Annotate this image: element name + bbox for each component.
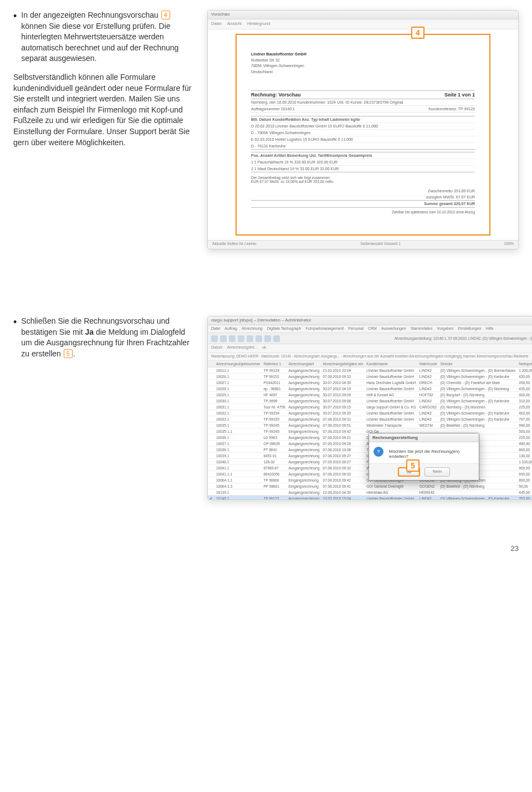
erp-col-header[interactable] [208,361,214,367]
erp-col-header[interactable]: Referenz 1 [262,361,287,367]
table-row[interactable]: 10064-1.3PP 98861Eingangsrechnung07.08.2… [208,483,532,489]
table-cell: 225,00 [517,404,532,410]
table-row[interactable]: 10031.1Tour Nr. 4758Ausgangsrechnung30.0… [208,404,532,410]
table-cell: PT 8841 [262,447,287,453]
dialog-no-button[interactable]: Nein [424,467,450,477]
preview-menu-bar: Datei Ansicht Hintergrund [208,19,518,29]
table-cell: 10029.1 [214,392,262,398]
table-cell: 07.08.2010 10:08 [321,447,365,453]
erp-data-grid[interactable]: AbrechnungsobjektnummerReferenz 1Abrechn… [208,361,532,499]
table-cell: 10064-1.3 [214,483,262,489]
invoice-title-row: Rechnung: Vorschau Seite 1 von 1 [251,90,475,99]
erp-crumb-right: Abrechnungserstellung: 10140.1, 07.09.20… [395,336,532,340]
table-cell: 07.08.2010 09:42 [321,477,365,483]
table-row[interactable]: 10035.1TP-99245Ausgangsrechnung07.08.201… [208,422,532,428]
table-row[interactable]: 10030.1TP-9999Ausgangsrechnung30.07.2010… [208,398,532,404]
table-row[interactable]: 10027.1PS442011Ausgangsrechnung30.07.201… [208,380,532,386]
toolbar-icon[interactable] [220,335,227,342]
erp-menu-datei[interactable]: Datei [211,326,220,331]
table-row[interactable]: 10139.1Ausgangsrechnung22.08.2010 04:30H… [208,489,532,495]
erp-col-header[interactable]: Nettopreis [517,361,532,367]
pos-head: Pos. Anzahl Artikel Bemerkung Ust. Tarif… [251,152,475,159]
table-cell: 128-02 [262,459,287,465]
erp-col-header[interactable]: Abrechnungsfreigabe am [321,361,365,367]
filter-abrfrei[interactable]: Abrechnungsfre... [227,345,258,351]
table-row-selected[interactable]: ✔10140.1TP 99123Ausgangsrechnung10.03.20… [208,495,532,500]
erp-menu-hilfe[interactable]: Hilfe [485,326,493,331]
menu-ansicht[interactable]: Ansicht [227,21,242,27]
table-cell: Ausgangsrechnung [287,380,321,386]
invoice-address: Lindner Baustoffcenter GmbH Rottweiler S… [251,52,475,75]
erp-col-header[interactable]: Abrechnungsart [287,361,321,367]
table-row[interactable]: 10012.1TP-99128Ausgangsrechnung21.03.201… [208,367,532,374]
table-cell: Heinshaw AG [365,489,418,495]
erp-menu-personal[interactable]: Personal [348,326,364,331]
table-cell [208,477,214,483]
table-cell: 07.08.2010 09:42 [321,428,365,435]
erp-col-header[interactable]: Kundenname [365,361,418,367]
table-cell: 10032.1 [214,410,262,416]
erp-menu-crm[interactable]: CRM [368,326,377,331]
table-cell: 860,00 [517,447,532,453]
erp-menu-auftrag[interactable]: Auftrag [224,326,237,331]
table-row[interactable]: 10033.1TP-99235Ausgangsrechnung07.08.201… [208,416,532,422]
bullet-item-close: • Schließen Sie die Rechnungsvorschau un… [13,316,196,359]
table-cell: 353,00 [517,495,532,500]
table-cell: 30.07.2010 09:08 [321,398,365,404]
inv-company: Lindner Baustoffcenter GmbH [251,52,475,58]
table-cell: 1.100,00 [517,459,532,465]
table-cell: 21.03.2010 22:04 [321,367,365,374]
rel-row2b: D - 76131 Karlsruhe [251,143,475,149]
table-cell: LIND42 [418,374,439,380]
table-cell: 10038.1 [214,447,262,453]
erp-menu-stammdaten[interactable]: Stammdaten [411,326,433,331]
table-cell: (D) Villingen-Schwenningen - (D) Karlsru… [439,398,518,404]
table-cell: 30.07.2010 09:20 [321,410,365,416]
table-cell [208,459,214,465]
menu-hintergrund[interactable]: Hintergrund [247,21,270,27]
erp-col-header[interactable]: Strecke [439,361,518,367]
bullet-text-2: Schließen Sie die Rechnungsvorschau und … [21,316,196,359]
table-cell: 10041.1 [214,465,262,471]
erp-menu-abrechnung[interactable]: Abrechnung [242,326,263,331]
erp-col-header[interactable]: Abrechnungsobjektnummer [214,361,262,367]
erp-col-header[interactable]: Matchcode [418,361,439,367]
erp-menu-tacho[interactable]: Digitale Tachograph [267,326,301,331]
table-cell: Ausgangsrechnung [287,374,321,380]
toolbar-icon[interactable] [273,335,280,342]
table-row[interactable]: 10026.1TP 99153Ausgangsrechnung07.08.201… [208,374,532,380]
preview-status-bar: Aktuelle Seiten-Nr./-keine- Seitenanzahl… [208,240,518,249]
table-cell: 87989-67 [262,465,287,471]
table-row[interactable]: 10032.1TP-99234Ausgangsrechnung30.07.201… [208,410,532,416]
filter-datum[interactable]: Datum [211,345,223,351]
bullet-dot: • [13,11,17,21]
menu-datei[interactable]: Datei [211,21,222,27]
erp-menu-vorgaben[interactable]: Vorgaben [437,326,453,331]
toolbar-icon[interactable] [264,335,271,342]
auftrag-r: Kundenreferenz: TP 99123 [428,107,475,111]
erp-menu-einstell[interactable]: Einstellungen [458,326,481,331]
toolbar-icon[interactable] [247,335,253,342]
table-row[interactable]: 10028.1np - 98881Ausgangsrechnung30.07.2… [208,386,532,392]
erp-menu-fuhrpark[interactable]: Fuhrparkmanagement [305,326,344,331]
table-cell: LIND42 [418,495,439,500]
table-cell: 650,00 [517,471,532,477]
status-mid: Seitenanzahl Gesamt 1 [360,242,401,248]
table-cell: 310,00 [517,398,532,404]
toolbar-icon[interactable] [229,335,236,342]
table-cell: 420,00 [517,374,532,380]
filter-ok[interactable]: ok [262,345,266,351]
toolbar-icon[interactable] [255,335,262,342]
table-row[interactable]: 10029.1HF 4097Ausgangsrechnung30.07.2010… [208,392,532,398]
erp-menu-auswert[interactable]: Auswertungen [381,326,406,331]
table-cell: Ausgangsrechnung [287,410,321,416]
toolbar-icon[interactable] [238,335,244,342]
toolbar-icon[interactable] [211,335,218,342]
table-cell: (D) Villingen-Schwenningen - (D) Karlsru… [439,495,518,500]
table-cell: Lindner Baustoffcenter GmbH [365,367,418,374]
table-cell: 268,50 [517,380,532,386]
table-cell: 10033.1 [214,416,262,422]
paragraph-forms: Selbstverständlich können alle Formulare… [13,72,196,148]
dialog-message: Möchten Sie jetzt die Rechnung(en) erste… [369,442,479,463]
erp-menu-bar: Datei Auftrag Abrechnung Digitale Tachog… [208,325,532,333]
